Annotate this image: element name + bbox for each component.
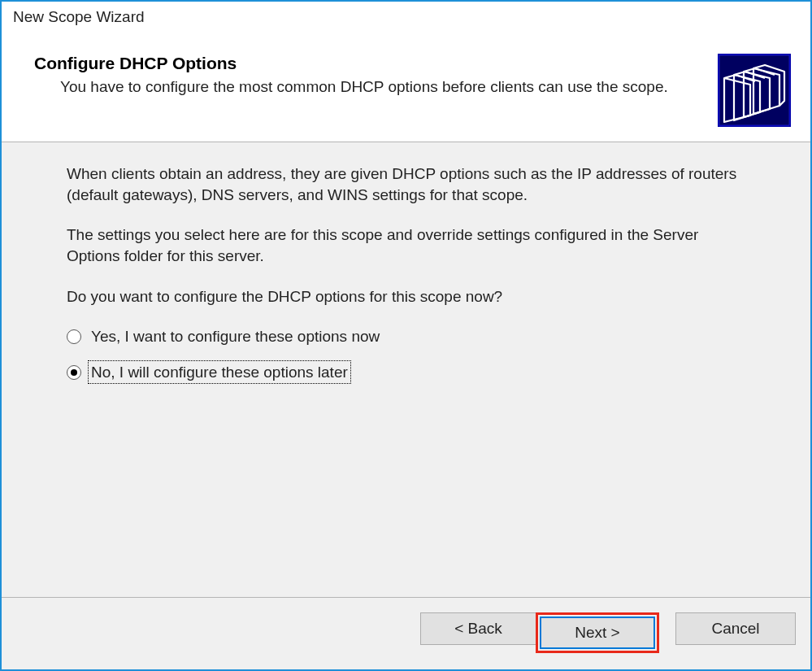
content-paragraph-2: The settings you select here are for thi… — [67, 224, 750, 266]
header-subtitle: You have to configure the most common DH… — [34, 76, 705, 98]
next-button[interactable]: Next > — [540, 617, 655, 649]
radio-label-no: No, I will configure these options later — [89, 362, 350, 383]
content-paragraph-1: When clients obtain an address, they are… — [67, 163, 750, 205]
radio-option-no[interactable]: No, I will configure these options later — [67, 362, 750, 383]
folder-stack-icon — [718, 54, 791, 127]
wizard-header: Configure DHCP Options You have to confi… — [2, 34, 810, 142]
radio-group: Yes, I want to configure these options n… — [67, 326, 750, 382]
wizard-footer: < Back Next > Cancel — [2, 597, 810, 669]
content-question: Do you want to configure the DHCP option… — [67, 286, 750, 307]
nav-button-group: < Back Next > — [420, 612, 675, 653]
window-title: New Scope Wizard — [2, 2, 810, 34]
back-button[interactable]: < Back — [420, 612, 536, 645]
radio-option-yes[interactable]: Yes, I want to configure these options n… — [67, 326, 750, 347]
radio-label-yes: Yes, I want to configure these options n… — [89, 326, 381, 347]
header-text-block: Configure DHCP Options You have to confi… — [34, 54, 718, 98]
radio-icon — [67, 329, 81, 344]
next-button-highlight: Next > — [536, 612, 659, 653]
radio-icon — [67, 365, 81, 380]
wizard-content: When clients obtain an address, they are… — [2, 142, 810, 597]
cancel-button[interactable]: Cancel — [675, 612, 796, 645]
wizard-window: New Scope Wizard Configure DHCP Options … — [0, 0, 812, 671]
header-title: Configure DHCP Options — [34, 54, 705, 73]
